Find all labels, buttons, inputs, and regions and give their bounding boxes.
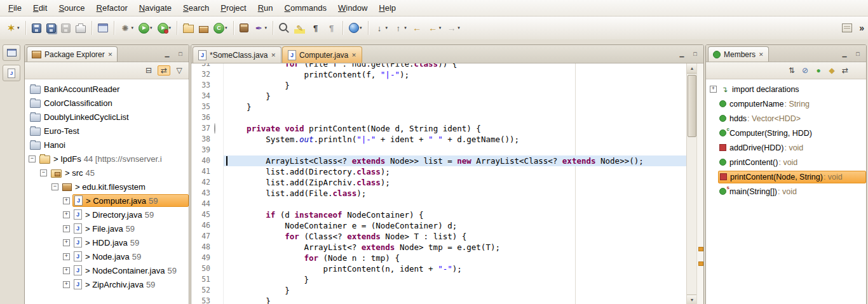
tree-item[interactable]: Euro-Test <box>25 124 189 138</box>
run-button[interactable]: ▾ <box>156 20 173 36</box>
menu-commands[interactable]: Commands <box>279 1 332 15</box>
code-line[interactable]: 48 ArrayList<? extends Node> tmp = e.get… <box>191 242 687 253</box>
member-item[interactable]: +↴import declarations <box>706 82 866 96</box>
overview-ruler[interactable] <box>696 63 703 304</box>
format-button[interactable]: ¶ <box>324 20 339 36</box>
tree-item[interactable]: +J> HDD.java 59 <box>25 235 189 249</box>
close-icon[interactable]: ✕ <box>271 52 276 58</box>
tree-item[interactable]: DoublyLinkedCyclicList <box>25 110 189 124</box>
last-edit-location-button[interactable]: ← <box>410 20 424 36</box>
scrollbar-thumb[interactable] <box>688 75 696 137</box>
prev-annotation-button[interactable]: ↑▾ <box>391 20 409 36</box>
tree-item[interactable]: BankAccountReader <box>25 82 189 96</box>
new-java-project-button[interactable] <box>181 20 196 36</box>
expand-expander-icon[interactable]: + <box>63 267 70 274</box>
dropdown-caret-icon[interactable]: ▾ <box>225 25 227 30</box>
next-annotation-button[interactable]: ↓▾ <box>372 20 390 36</box>
hide-static-button[interactable]: ● <box>814 66 823 75</box>
back-button[interactable]: ←▾ <box>426 20 444 36</box>
member-item[interactable]: smain(String[]) : void <box>706 184 866 199</box>
toolbar-overflow-chevron[interactable]: » <box>859 23 864 33</box>
save-button[interactable] <box>59 20 72 36</box>
new-wizard-button[interactable]: ✶▾ <box>4 20 22 36</box>
scroll-down-arrow[interactable]: ▼ <box>687 294 697 304</box>
code-line[interactable]: 50 printContent(n, ident + "-"); <box>191 263 687 274</box>
expand-expander-icon[interactable]: + <box>63 197 70 204</box>
forward-button[interactable]: →▾ <box>444 20 462 36</box>
tree-item[interactable]: +J> File.java 59 <box>25 221 189 235</box>
member-item[interactable]: printContent() : void <box>706 155 866 169</box>
minimize-button[interactable]: ▁ <box>839 48 850 59</box>
code-line[interactable]: 34 } <box>191 91 687 102</box>
editor-tab-computerjava[interactable]: JComputer.java✕ <box>282 46 362 63</box>
code-line[interactable]: 53 } <box>191 296 687 304</box>
code-line[interactable]: 45 if (d instanceof NodeContainer) { <box>191 209 687 220</box>
debug-button[interactable]: ▾ <box>137 20 154 36</box>
dropdown-caret-icon[interactable]: ▾ <box>386 25 388 30</box>
code-line[interactable]: 42 list.add(ZipArchiv.class); <box>191 177 687 188</box>
view-menu-button[interactable]: ▽ <box>175 66 184 75</box>
menu-search[interactable]: Search <box>177 1 215 15</box>
dropdown-caret-icon[interactable]: ▾ <box>169 25 172 30</box>
dropdown-caret-icon[interactable]: ▾ <box>132 25 134 30</box>
member-item[interactable]: computerName : String <box>706 96 866 111</box>
tree-item[interactable]: +J> Node.java 59 <box>25 249 189 263</box>
scroll-up-arrow[interactable]: ▲ <box>687 63 697 74</box>
search-button[interactable] <box>277 20 291 36</box>
external-tools-button[interactable]: ✺▾ <box>118 20 136 36</box>
code-line[interactable]: 49 for (Node n : tmp) { <box>191 253 687 263</box>
code-line[interactable]: 35 } <box>191 102 687 112</box>
code-line[interactable]: 46 NodeContainer e = (NodeContainer) d; <box>191 220 687 231</box>
menu-window[interactable]: Window <box>332 1 373 15</box>
new-package-button[interactable] <box>197 20 210 36</box>
open-perspective-button[interactable] <box>96 20 110 36</box>
print-button[interactable] <box>74 20 88 36</box>
palette-button[interactable] <box>839 20 854 36</box>
collapse-expander-icon[interactable]: − <box>40 169 47 176</box>
expand-expander-icon[interactable]: + <box>63 211 70 218</box>
hide-nonpublic-button[interactable]: ◆ <box>827 66 836 75</box>
web-browser-button[interactable]: ▾ <box>347 20 364 36</box>
code-line[interactable]: 39 <box>191 145 687 155</box>
occurrence-marker[interactable] <box>698 261 703 266</box>
code-line[interactable]: 36 <box>191 112 687 123</box>
fold-collapse-icon[interactable] <box>214 123 224 134</box>
code-line[interactable]: 52 } <box>191 285 687 296</box>
tree-item[interactable]: +J> Computer.java 59 <box>25 194 189 208</box>
dropdown-caret-icon[interactable]: ▾ <box>360 25 362 30</box>
menu-source[interactable]: Source <box>53 1 90 15</box>
expand-expander-icon[interactable]: + <box>63 253 70 260</box>
code-line[interactable]: 31 for (File f : hdd.get(File.class)) { <box>191 63 687 69</box>
tree-item[interactable]: +J> NodeContainer.java 59 <box>25 263 189 277</box>
tree-item[interactable]: +J> ZipArchiv.java 59 <box>25 277 189 291</box>
jar-export-button[interactable] <box>238 20 250 36</box>
member-item[interactable]: hdds : Vector<HDD> <box>706 111 866 126</box>
collapse-expander-icon[interactable]: − <box>51 183 58 190</box>
menu-navigate[interactable]: Navigate <box>133 1 177 15</box>
tree-item[interactable]: −> src 45 <box>25 166 189 180</box>
member-item[interactable]: printContent(Node, String) : void <box>706 169 866 184</box>
close-icon[interactable]: ✕ <box>108 51 113 58</box>
member-item[interactable]: addDrive(HDD) : void <box>706 140 866 155</box>
collapse-all-button[interactable]: ⊟ <box>144 66 153 75</box>
menu-run[interactable]: Run <box>252 1 279 15</box>
dropdown-caret-icon[interactable]: ▾ <box>439 25 442 30</box>
menu-edit[interactable]: Edit <box>27 1 53 15</box>
tree-item[interactable]: −> IpdFs 44 [https://svnserver.i <box>25 152 189 166</box>
expand-expander-icon[interactable]: + <box>63 281 70 288</box>
code-line[interactable]: 43 list.add(File.class); <box>191 188 687 199</box>
member-item[interactable]: cComputer(String, HDD) <box>706 126 866 140</box>
save-all-button[interactable] <box>44 20 58 36</box>
expand-expander-icon[interactable]: + <box>710 86 717 93</box>
minimize-button[interactable]: ▁ <box>676 48 688 59</box>
save-as-button[interactable] <box>30 20 43 36</box>
maximize-button[interactable]: □ <box>175 48 186 59</box>
fast-view-editor-button[interactable]: J <box>3 65 20 81</box>
tree-item[interactable]: Hanoi <box>25 138 189 152</box>
code-line[interactable]: 44 <box>191 199 687 209</box>
dropdown-caret-icon[interactable]: ▾ <box>404 25 407 30</box>
expand-expander-icon[interactable]: + <box>63 225 70 232</box>
hide-fields-button[interactable]: ⊘ <box>801 66 810 75</box>
tree-item[interactable]: ColorClassification <box>25 96 189 110</box>
menu-refactor[interactable]: Refactor <box>91 1 133 15</box>
